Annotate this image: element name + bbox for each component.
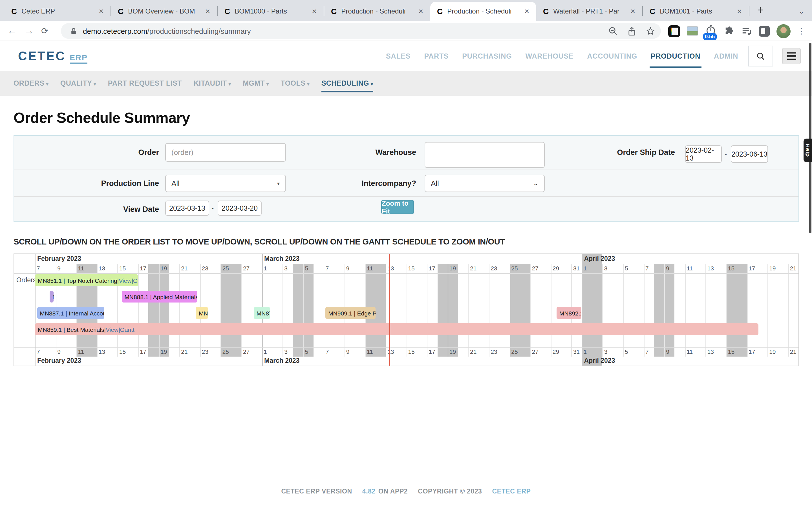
zoom-to-fit-button[interactable]: Zoom to Fit [381, 200, 414, 214]
cetec-favicon: C [224, 7, 230, 16]
subnav-mgmt[interactable]: MGMT▾ [243, 79, 269, 87]
menu-hamburger-icon[interactable] [782, 48, 801, 64]
gantt-order-bar[interactable]: MN892.1 [557, 307, 581, 319]
warehouse-input[interactable] [424, 142, 545, 168]
forward-icon[interactable]: → [24, 25, 34, 36]
cetec-favicon: C [650, 7, 655, 16]
tab-close-icon[interactable]: ✕ [310, 6, 319, 16]
tab-close-icon[interactable]: ✕ [416, 6, 426, 16]
weekend-shading [221, 264, 241, 356]
day-tick-label-bottom: 29 [553, 348, 559, 355]
gantt-order-bar[interactable]: MN888.1 | Applied Materials, In [121, 291, 197, 302]
day-tick-label: 29 [553, 265, 559, 272]
ship-date-to-input[interactable]: 2023-06-13 [731, 145, 768, 163]
day-tick-label: 21 [470, 265, 476, 272]
day-tick-label-bottom: 19 [160, 348, 167, 355]
production-line-label: Production Line [101, 179, 159, 187]
day-tick-label-bottom: 27 [532, 348, 539, 355]
production-line-select[interactable]: All▾ [165, 175, 286, 192]
scrollbar-thumb[interactable] [809, 43, 811, 233]
gantt-order-bar[interactable]: MN851.1 | Top Notch Catering | View | Ga [35, 274, 138, 286]
orders-column-label: Orders [16, 277, 36, 283]
profile-avatar[interactable] [776, 24, 791, 38]
bar-link-ga[interactable]: Ga [133, 277, 138, 284]
top-nav-warehouse[interactable]: WAREHOUSE [525, 52, 573, 60]
gantt-order-bar[interactable]: M [50, 291, 53, 302]
gantt-order-bar[interactable]: MN859.1 | Best Materials | View | Gantt [35, 323, 758, 335]
side-panel-icon[interactable] [759, 25, 770, 36]
header-search-button[interactable] [748, 46, 773, 66]
tab-close-icon[interactable]: ✕ [96, 6, 106, 16]
tab-close-icon[interactable]: ✕ [522, 6, 532, 16]
day-gridline [788, 264, 789, 356]
day-tick-label: 31 [573, 265, 580, 272]
browser-menu-icon[interactable]: ⋮ [797, 26, 805, 36]
order-input[interactable]: (order) [165, 143, 286, 162]
zoom-out-icon[interactable] [608, 26, 618, 36]
bar-link-view[interactable]: View [106, 326, 118, 333]
intercompany-label: Intercompany? [361, 179, 416, 187]
top-nav-parts[interactable]: PARTS [424, 52, 449, 60]
top-nav-accounting[interactable]: ACCOUNTING [587, 52, 637, 60]
intercompany-select[interactable]: All⌄ [424, 175, 545, 192]
month-label-bottom: February 2023 [37, 357, 81, 364]
day-tick-label: 13 [99, 265, 105, 272]
footer-link[interactable]: CETEC ERP [492, 488, 531, 495]
cetec-logo[interactable]: CETEC ERP [18, 49, 88, 63]
top-nav-production[interactable]: PRODUCTION [651, 52, 700, 60]
day-tick-label: 1 [264, 265, 267, 272]
gantt-instruction: SCROLL UP/DOWN ON THE ORDER LIST TO MOVE… [13, 237, 505, 246]
browser-tab[interactable]: CBOM1000 - Parts✕ [218, 2, 324, 21]
tab-search-chevron-icon[interactable]: ⌄ [799, 8, 804, 15]
extension-screenshot-icon[interactable] [687, 26, 698, 36]
weekend-shading [509, 264, 530, 356]
browser-tab[interactable]: CCetec ERP✕ [4, 2, 110, 21]
day-tick-label-bottom: 3 [604, 348, 608, 355]
bar-link-gantt[interactable]: Gantt [120, 326, 135, 333]
day-gridline [179, 264, 180, 356]
browser-tab[interactable]: CWaterfall - PRT1 - Par✕ [536, 2, 642, 21]
view-date-from-input[interactable]: 2023-03-13 [165, 201, 209, 216]
top-nav-sales[interactable]: SALES [386, 52, 410, 60]
new-tab-button[interactable]: + [749, 4, 770, 21]
subnav-quality[interactable]: QUALITY▾ [60, 79, 96, 87]
gantt-order-bar[interactable]: MN875 [254, 307, 270, 319]
top-nav-admin[interactable]: ADMIN [714, 52, 738, 60]
ship-date-from-input[interactable]: 2023-02-13 [685, 145, 722, 163]
gantt-order-bar[interactable]: MN887.1 | Internal Account [37, 307, 104, 319]
tab-close-icon[interactable]: ✕ [735, 6, 744, 16]
day-gridline [138, 264, 139, 356]
subnav-scheduling[interactable]: SCHEDULING▾ [321, 79, 373, 87]
view-date-to-input[interactable]: 2023-03-20 [218, 201, 262, 216]
subnav-part-request-list[interactable]: PART REQUEST LIST [108, 79, 182, 87]
day-gridline [283, 264, 283, 356]
address-bar[interactable]: demo.cetecerp.com/productionscheduling/s… [61, 23, 661, 39]
bar-link-view[interactable]: View [119, 277, 132, 284]
back-icon[interactable]: ← [7, 25, 17, 36]
month-label: March 2023 [264, 255, 299, 262]
top-nav-purchasing[interactable]: PURCHASING [462, 52, 512, 60]
footer-link[interactable]: 4.82 [362, 488, 375, 495]
day-tick-label-bottom: 5 [625, 348, 628, 355]
subnav-orders[interactable]: ORDERS▾ [13, 79, 49, 87]
gantt-chart[interactable]: OrdersFebruary 2023February 2023March 20… [13, 253, 799, 366]
tab-close-icon[interactable]: ✕ [203, 6, 213, 16]
browser-tab[interactable]: CBOM1001 - Parts✕ [643, 2, 749, 21]
share-icon[interactable] [627, 26, 637, 36]
day-tick-label-bottom: 11 [78, 348, 84, 355]
extension-doc-icon[interactable] [668, 25, 680, 37]
subnav-kitaudit[interactable]: KITAUDIT▾ [194, 79, 231, 87]
browser-tab[interactable]: CProduction - Scheduli✕ [324, 2, 430, 21]
extension-timer-icon[interactable]: 0.55 [705, 22, 717, 40]
day-tick-label-bottom: 23 [491, 348, 497, 355]
extensions-puzzle-icon[interactable] [724, 25, 735, 36]
gantt-order-bar[interactable]: MN89 [196, 307, 208, 319]
tab-close-icon[interactable]: ✕ [628, 6, 638, 16]
browser-tab[interactable]: CBOM Overview - BOM✕ [111, 2, 217, 21]
browser-tab[interactable]: CProduction - Scheduli✕ [430, 2, 536, 21]
reload-icon[interactable]: ⟳ [41, 25, 48, 36]
bookmark-star-icon[interactable] [646, 26, 655, 36]
subnav-tools[interactable]: TOOLS▾ [281, 79, 310, 87]
playlist-icon[interactable] [742, 25, 752, 36]
gantt-order-bar[interactable]: MN909.1 | Edge Pro [325, 307, 375, 319]
